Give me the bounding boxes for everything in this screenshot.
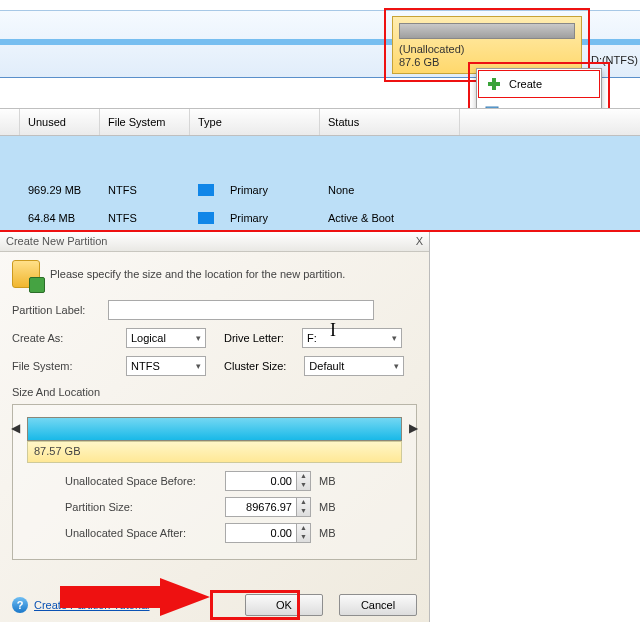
space-after-input[interactable] xyxy=(225,523,297,543)
unit-mb: MB xyxy=(319,501,336,513)
svg-marker-5 xyxy=(60,578,210,616)
size-location-box: ◀ ▶ 87.57 GB Unallocated Space Before: ▲… xyxy=(12,404,417,560)
label-file-system: File System: xyxy=(12,360,108,372)
arrow-annotation-icon xyxy=(60,578,210,616)
drive-letter-select[interactable]: F: xyxy=(302,328,402,348)
size-section-label: Size And Location xyxy=(12,386,417,398)
svg-rect-1 xyxy=(488,82,500,86)
table-row[interactable]: 969.29 MB NTFS Primary None xyxy=(0,176,640,204)
col-fs[interactable]: File System xyxy=(100,109,190,135)
dialog-title: Create New Partition xyxy=(6,235,108,248)
cell-status: Active & Boot xyxy=(320,212,460,224)
text-cursor-icon: I xyxy=(330,320,336,341)
ok-button[interactable]: OK xyxy=(245,594,323,616)
cluster-size-select[interactable]: Default xyxy=(304,356,404,376)
create-partition-dialog: Create New Partition X Please specify th… xyxy=(0,232,430,622)
ctx-create[interactable]: Create xyxy=(478,70,600,98)
file-system-select[interactable]: NTFS xyxy=(126,356,206,376)
partition-icon xyxy=(12,260,40,288)
col-type[interactable]: Type xyxy=(190,109,320,135)
disk-unallocated[interactable]: (Unallocated) 87.6 GB xyxy=(392,16,582,74)
cell-status: None xyxy=(320,184,460,196)
cell-unused: 64.84 MB xyxy=(20,212,100,224)
label-space-after: Unallocated Space After: xyxy=(65,527,225,539)
help-icon[interactable]: ? xyxy=(12,597,28,613)
column-headers: Unused File System Type Status xyxy=(0,108,640,136)
partition-size-input[interactable] xyxy=(225,497,297,517)
cancel-button[interactable]: Cancel xyxy=(339,594,417,616)
partition-label-input[interactable] xyxy=(108,300,374,320)
ctx-create-label: Create xyxy=(509,78,542,90)
label-create-as: Create As: xyxy=(12,332,108,344)
col-unused[interactable]: Unused xyxy=(20,109,100,135)
unit-mb: MB xyxy=(319,527,336,539)
col-status[interactable]: Status xyxy=(320,109,460,135)
partition-size-stepper[interactable]: ▲▼ xyxy=(297,497,311,517)
label-drive-letter: Drive Letter: xyxy=(224,332,284,344)
right-drive-label: D:(NTFS) xyxy=(591,54,638,66)
close-icon[interactable]: X xyxy=(416,235,423,248)
cell-fs: NTFS xyxy=(100,212,190,224)
space-before-stepper[interactable]: ▲▼ xyxy=(297,471,311,491)
dialog-description: Please specify the size and the location… xyxy=(50,268,345,280)
unit-mb: MB xyxy=(319,475,336,487)
disk-label: (Unallocated) xyxy=(399,43,464,55)
cell-type: Primary xyxy=(190,212,320,224)
label-cluster-size: Cluster Size: xyxy=(224,360,286,372)
cell-unused: 969.29 MB xyxy=(20,184,100,196)
create-as-select[interactable]: Logical xyxy=(126,328,206,348)
label-partition-label: Partition Label: xyxy=(12,304,108,316)
cell-type: Primary xyxy=(190,184,320,196)
space-after-stepper[interactable]: ▲▼ xyxy=(297,523,311,543)
label-partition-size: Partition Size: xyxy=(65,501,225,513)
partition-rows: 969.29 MB NTFS Primary None 64.84 MB NTF… xyxy=(0,136,640,232)
plus-icon xyxy=(487,77,501,91)
cell-fs: NTFS xyxy=(100,184,190,196)
disk-size: 87.6 GB xyxy=(399,56,439,68)
resize-right-icon[interactable]: ▶ xyxy=(409,421,418,435)
space-before-input[interactable] xyxy=(225,471,297,491)
partition-bar[interactable] xyxy=(27,417,402,441)
table-row[interactable]: 64.84 MB NTFS Primary Active & Boot xyxy=(0,204,640,232)
disk-bar xyxy=(399,23,575,39)
label-space-before: Unallocated Space Before: xyxy=(65,475,225,487)
partition-bar-label: 87.57 GB xyxy=(27,441,402,463)
dialog-titlebar: Create New Partition X xyxy=(0,232,429,252)
resize-left-icon[interactable]: ◀ xyxy=(11,421,20,435)
